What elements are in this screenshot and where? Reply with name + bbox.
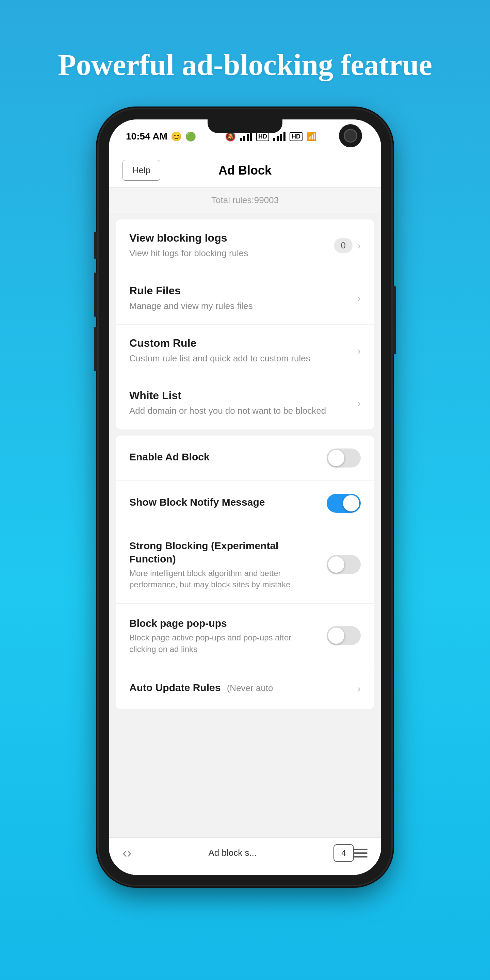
toggle-knob — [343, 495, 360, 511]
toggle-title: Enable Ad Block — [129, 450, 317, 463]
tabs-count: 4 — [341, 848, 346, 858]
enable-ad-block-toggle[interactable] — [327, 449, 361, 468]
chevron-right-icon: › — [357, 683, 361, 695]
menu-item-subtitle: Custom rule list and quick add to custom… — [129, 352, 357, 364]
menu-item-title: Rule Files — [129, 285, 357, 297]
toggle-section: Enable Ad Block Show Block Notify Messag… — [116, 436, 374, 709]
block-popups-toggle[interactable] — [327, 626, 361, 645]
emoji-status-1: 😊 — [171, 131, 182, 142]
emoji-status-2: 🟢 — [185, 131, 196, 142]
toggle-item-content: Show Block Notify Message — [129, 495, 327, 511]
volume-up-button — [94, 272, 97, 317]
status-bar: 10:54 AM 😊 🟢 🔕 HD — [109, 119, 381, 153]
front-camera — [339, 124, 362, 147]
bottom-navigation: ‹ › Ad block s... 4 — [109, 837, 381, 875]
menu-line — [354, 856, 368, 858]
auto-update-subtitle: (Never auto — [227, 683, 273, 693]
phone-mockup: 10:54 AM 😊 🟢 🔕 HD — [99, 109, 391, 885]
enable-ad-block-item: Enable Ad Block — [116, 436, 374, 481]
chevron-right-icon: › — [357, 398, 361, 409]
toggle-title: Block page pop-ups — [129, 617, 317, 630]
hd-badge-2: HD — [290, 132, 302, 141]
toggle-item-content: Block page pop-ups Block page active pop… — [129, 617, 327, 655]
toggle-subtitle: Block page active pop-ups and pop-ups af… — [129, 632, 317, 655]
menu-button[interactable] — [354, 849, 368, 858]
hd-badge-1: HD — [256, 132, 269, 141]
menu-item-title: Custom Rule — [129, 337, 357, 350]
toggle-title: Auto Update Rules (Never auto — [129, 681, 347, 694]
rule-files-item[interactable]: Rule Files Manage and view my rules file… — [116, 272, 374, 325]
toggle-knob — [328, 450, 344, 466]
menu-item-subtitle: Add domain or host you do not want to be… — [129, 404, 357, 417]
menu-line — [354, 849, 368, 850]
status-time: 10:54 AM 😊 🟢 — [126, 131, 196, 142]
help-button[interactable]: Help — [123, 160, 160, 181]
hero-title: Powerful ad-blocking featrue — [30, 48, 460, 82]
menu-item-subtitle: View hit logs for blocking rules — [129, 247, 334, 259]
signal-icon-1 — [240, 132, 252, 141]
menu-item-right: › — [357, 683, 361, 695]
back-button[interactable]: ‹ — [123, 845, 127, 861]
custom-rule-item[interactable]: Custom Rule Custom rule list and quick a… — [116, 325, 374, 377]
toggle-knob — [328, 556, 344, 573]
menu-item-content: Rule Files Manage and view my rules file… — [129, 285, 357, 312]
toggle-subtitle: More intelligent block algorithm and bet… — [129, 568, 317, 590]
app-content: Help Ad Block Total rules:99003 View blo… — [109, 153, 381, 875]
volume-down-button — [94, 327, 97, 371]
strong-blocking-item: Strong Blocking (Experimental Function) … — [116, 526, 374, 604]
toggle-knob — [328, 627, 344, 644]
forward-button[interactable]: › — [127, 845, 131, 861]
view-blocking-logs-item[interactable]: View blocking logs View hit logs for blo… — [116, 220, 374, 272]
menu-item-right: › — [357, 398, 361, 409]
menu-item-content: View blocking logs View hit logs for blo… — [129, 232, 334, 259]
toggle-item-content: Strong Blocking (Experimental Function) … — [129, 539, 327, 590]
menu-line — [354, 853, 368, 854]
menu-item-subtitle: Manage and view my rules files — [129, 300, 357, 312]
menu-section: View blocking logs View hit logs for blo… — [116, 220, 374, 430]
app-title: Ad Block — [218, 163, 272, 178]
menu-item-content: Custom Rule Custom rule list and quick a… — [129, 337, 357, 364]
menu-item-right: 0 › — [334, 238, 361, 253]
menu-item-right: › — [357, 345, 361, 356]
chevron-right-icon: › — [357, 240, 361, 251]
phone-screen: 10:54 AM 😊 🟢 🔕 HD — [109, 119, 381, 875]
toggle-title: Show Block Notify Message — [129, 495, 317, 509]
auto-update-title: Auto Update Rules — [129, 682, 221, 693]
show-block-notify-toggle[interactable] — [327, 494, 361, 513]
white-list-item[interactable]: White List Add domain or host you do not… — [116, 377, 374, 429]
toggle-item-content: Enable Ad Block — [129, 450, 327, 466]
logs-badge: 0 — [334, 238, 353, 253]
total-rules-display: Total rules:99003 — [109, 188, 381, 213]
auto-update-rules-item[interactable]: Auto Update Rules (Never auto › — [116, 668, 374, 709]
menu-item-title: White List — [129, 389, 357, 402]
menu-item-right: › — [357, 292, 361, 304]
notch — [208, 119, 282, 133]
tabs-button[interactable]: 4 — [334, 844, 354, 862]
chevron-right-icon: › — [357, 292, 361, 304]
toggle-title: Strong Blocking (Experimental Function) — [129, 539, 317, 566]
app-header: Help Ad Block — [109, 153, 381, 188]
time-display: 10:54 AM — [126, 131, 167, 142]
menu-item-content: White List Add domain or host you do not… — [129, 389, 357, 417]
show-block-notify-item: Show Block Notify Message — [116, 481, 374, 526]
block-popups-item: Block page pop-ups Block page active pop… — [116, 604, 374, 668]
wifi-icon: 📶 — [307, 132, 317, 141]
volume-mute-button — [94, 232, 97, 259]
toggle-item-content: Auto Update Rules (Never auto — [129, 681, 357, 696]
camera-lens — [344, 129, 357, 143]
strong-blocking-toggle[interactable] — [327, 555, 361, 574]
signal-icon-2 — [273, 132, 285, 141]
chevron-right-icon: › — [357, 345, 361, 356]
power-button — [393, 286, 396, 354]
menu-item-title: View blocking logs — [129, 232, 334, 244]
url-display: Ad block s... — [132, 848, 334, 858]
